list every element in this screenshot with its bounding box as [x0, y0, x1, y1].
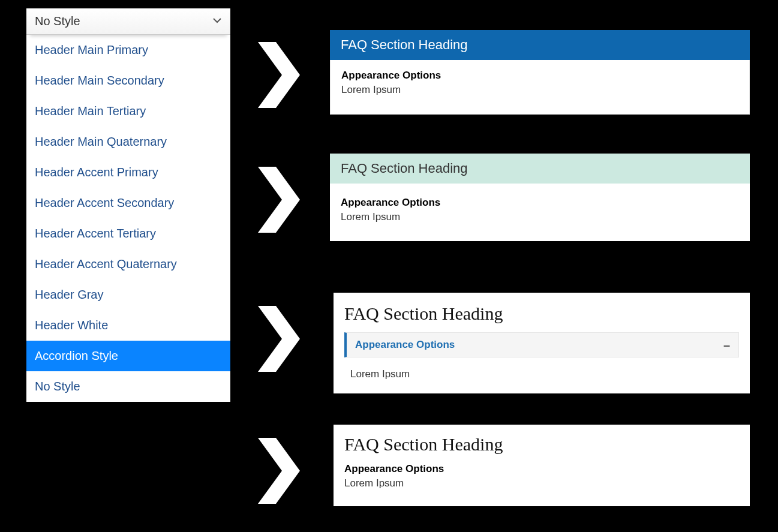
dropdown-option-header-accent-quaternary[interactable]: Header Accent Quaternary	[26, 249, 230, 279]
dropdown-option-header-main-quaternary[interactable]: Header Main Quaternary	[26, 127, 230, 157]
dropdown-option-header-white[interactable]: Header White	[26, 310, 230, 341]
arrow-icon	[258, 438, 300, 504]
svg-marker-3	[258, 438, 300, 504]
dropdown-option-header-main-secondary[interactable]: Header Main Secondary	[26, 65, 230, 96]
section-heading: FAQ Section Heading	[344, 434, 739, 455]
section-body: Lorem Ipsum	[341, 84, 738, 96]
dropdown-option-no-style[interactable]: No Style	[26, 371, 230, 402]
preview-header-primary: FAQ Section Heading Appearance Options L…	[330, 30, 750, 115]
dropdown-option-header-accent-secondary[interactable]: Header Accent Secondary	[26, 188, 230, 218]
accordion-title: Appearance Options	[355, 339, 455, 351]
dropdown-option-header-gray[interactable]: Header Gray	[26, 279, 230, 310]
dropdown-selected[interactable]: No Style	[26, 8, 230, 35]
style-dropdown[interactable]: No Style Header Main Primary Header Main…	[26, 8, 230, 402]
section-subheading: Appearance Options	[341, 70, 738, 82]
preview-accordion-style: FAQ Section Heading Appearance Options –…	[334, 293, 750, 393]
accordion-body: Lorem Ipsum	[334, 357, 750, 383]
section-subheading: Appearance Options	[341, 197, 739, 209]
preview-header-mint: FAQ Section Heading Appearance Options L…	[330, 154, 750, 241]
section-body: Lorem Ipsum	[341, 211, 739, 223]
dropdown-option-header-accent-primary[interactable]: Header Accent Primary	[26, 157, 230, 188]
svg-marker-0	[258, 42, 300, 108]
dropdown-option-header-main-primary[interactable]: Header Main Primary	[26, 35, 230, 65]
section-body: Lorem Ipsum	[344, 477, 739, 489]
section-heading: FAQ Section Heading	[330, 30, 750, 60]
arrow-icon	[258, 42, 300, 108]
arrow-icon	[258, 167, 300, 233]
dropdown-option-header-main-tertiary[interactable]: Header Main Tertiary	[26, 96, 230, 127]
svg-marker-1	[258, 167, 300, 233]
svg-marker-2	[258, 306, 300, 372]
dropdown-option-accordion-style[interactable]: Accordion Style	[26, 341, 230, 371]
dropdown-list: Header Main Primary Header Main Secondar…	[26, 35, 230, 402]
dropdown-option-header-accent-tertiary[interactable]: Header Accent Tertiary	[26, 218, 230, 249]
arrow-icon	[258, 306, 300, 372]
section-heading: FAQ Section Heading	[334, 300, 750, 332]
preview-no-style: FAQ Section Heading Appearance Options L…	[334, 425, 750, 506]
dropdown-selected-label: No Style	[35, 14, 80, 28]
accordion-header[interactable]: Appearance Options –	[344, 332, 739, 357]
section-subheading: Appearance Options	[344, 463, 739, 475]
section-heading: FAQ Section Heading	[330, 154, 750, 184]
chevron-down-icon	[212, 14, 222, 28]
collapse-icon: –	[723, 339, 730, 351]
